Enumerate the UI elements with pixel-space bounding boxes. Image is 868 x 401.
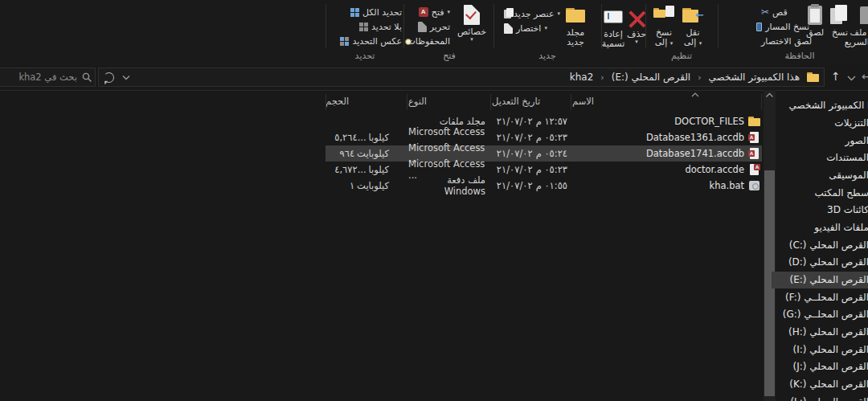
delete-icon [628, 9, 645, 25]
sidebar-item-3d-objects[interactable]: كائنات 3D [772, 202, 868, 219]
properties-button[interactable]: خصائص ▾ [452, 4, 491, 43]
pin-label2: السريع. [845, 38, 868, 47]
rename-button[interactable]: إعادة تسمية [600, 6, 627, 49]
header-date-modified[interactable]: تاريخ التعديل [492, 96, 567, 107]
up-arrow-button[interactable]: ↑ [831, 70, 841, 83]
forward-arrow-icon[interactable]: ← [862, 70, 868, 83]
sidebar-item-drive-f[interactable]: القرص المحلــي ‎(F:) [772, 289, 868, 306]
copy-path-button[interactable]: نسخ المسار [756, 21, 809, 32]
table-row[interactable]: doctor.accde A ٢١/٠٧/٠٢٠٥:٢٣ م Microsoft… [326, 162, 762, 178]
access-file-icon: A [748, 132, 760, 144]
pin-quick-access-button[interactable]: ملف السريع. [837, 5, 868, 47]
navigation-bar: بحث في kha2 هذا الكمبيوتر الشخصي ‹ القرص… [0, 65, 868, 91]
group-separator [493, 4, 494, 48]
edit-button[interactable]: تحرير [406, 21, 450, 32]
sidebar-item-drive-l[interactable]: القرص المحلي ‎(L:) [772, 394, 868, 401]
copy-to-button[interactable]: نسخ إلى ▾ [649, 5, 679, 47]
access-file-icon: A [748, 148, 760, 160]
invert-selection-button[interactable]: عكس التحديد [328, 35, 402, 47]
select-all-icon [350, 8, 359, 17]
move-to-icon: ← [682, 7, 703, 23]
open-button[interactable]: A فتح ▾ [406, 6, 450, 18]
sidebar-item-drive-k[interactable]: القرص المحلي ‎(K:) [772, 376, 868, 393]
file-name: kha.bat [709, 180, 744, 191]
access-file-icon: A [748, 164, 760, 176]
sidebar-item-downloads[interactable]: التنزيلات [772, 115, 868, 132]
file-date: ٢١/٠٧/٠٢ [497, 148, 533, 159]
table-row[interactable]: kha.bat ٢١/٠٧/٠٢٠١:٥٥ م ملف دفعة Windows… [326, 178, 762, 194]
group-separator [718, 4, 719, 48]
folder-icon [748, 117, 760, 126]
sort-ascending-icon [691, 92, 699, 97]
sidebar-item-this-pc[interactable]: هذا الكمبيوتر الشخصي [772, 97, 868, 114]
file-time: ١٢:٥٧ م [536, 116, 567, 127]
table-row[interactable]: Database1361.accdb A ٢١/٠٧/٠٢٠٥:٢٣ م Mic… [326, 129, 762, 145]
header-size[interactable]: الحجم [326, 96, 387, 107]
clipboard-group-small: ✂ قص نسخ المسار لصق الاختصار [761, 6, 809, 47]
sidebar-item-pictures[interactable]: الصور [772, 133, 868, 149]
sidebar-item-drive-e-selected[interactable]: القرص المحلي ‎(E:) [772, 272, 868, 288]
move-to-button[interactable]: ← نقل إلى ▾ [678, 5, 708, 47]
new-item-label: عنصر جديد [514, 9, 554, 19]
file-date: ٢١/٠٧/٠٢ [497, 164, 533, 175]
header-type[interactable]: النوع [408, 96, 479, 107]
chevron-down-icon: ▾ [470, 37, 473, 43]
shortcut-button[interactable]: اختصار ▾ [504, 23, 560, 34]
header-name[interactable]: الاسم [572, 96, 747, 107]
breadcrumb-this-pc[interactable]: هذا الكمبيوتر الشخصي [709, 72, 800, 83]
file-time: ٠٥:٢٣ م [536, 164, 567, 175]
file-size-unit: كيلوبايت [357, 148, 389, 159]
breadcrumb-kha2[interactable]: kha2 [570, 72, 594, 83]
folder-icon [807, 72, 819, 82]
new-item-button[interactable]: عنصر جديد ▾ [504, 8, 560, 19]
rename-icon [604, 10, 623, 23]
delete-button[interactable]: حذف ▾ [626, 6, 647, 45]
file-time: ٠٥:٢٤ م [536, 148, 567, 159]
organize-group-label: تنظيم [645, 51, 718, 61]
cut-button[interactable]: ✂ قص [761, 6, 809, 18]
sidebar-item-drive-d[interactable]: القرص المحلي ‎(D:) [772, 254, 868, 271]
sidebar-item-documents[interactable]: المستندات [772, 149, 868, 166]
file-date: ٢١/٠٧/٠٢ [497, 180, 533, 191]
sidebar-item-drive-j[interactable]: القرص المحلي ‎(J:) [772, 358, 868, 375]
ribbon: تحديد الكل بلا تحديد عكس التحديد تحديد A… [0, 0, 868, 66]
sidebar-item-drive-h[interactable]: القرص المحلي ‎(H:) [772, 324, 868, 341]
breadcrumb-separator: ‹ [698, 72, 701, 83]
copy-to-icon [653, 7, 674, 23]
sidebar-item-drive-g[interactable]: القرص المحلــي ‎(G:) [772, 306, 868, 323]
recent-locations-chevron-icon[interactable] [847, 75, 856, 81]
address-bar[interactable]: هذا الكمبيوتر الشخصي ‹ القرص المحلي ‎(E:… [98, 68, 825, 87]
paste-icon [808, 6, 822, 25]
sidebar-item-videos[interactable]: ملفات الفيديو [772, 219, 868, 236]
breadcrumb: هذا الكمبيوتر الشخصي ‹ القرص المحلي ‎(E:… [570, 72, 819, 83]
sidebar-item-music[interactable]: الموسيقى [772, 167, 868, 184]
address-dropdown-chevron-icon[interactable] [122, 75, 130, 80]
chevron-down-icon: ▾ [447, 10, 450, 15]
paste-button[interactable]: لصق [804, 5, 826, 38]
new-folder-button[interactable]: مجلد جديد [559, 5, 592, 47]
chevron-down-icon: ▾ [670, 40, 674, 47]
refresh-icon[interactable] [104, 72, 114, 83]
sidebar-item-drive-i[interactable]: القرص المحلي ‎(I:) [772, 342, 868, 358]
file-time: ٠١:٥٥ م [536, 180, 567, 191]
search-input[interactable]: بحث في kha2 [0, 68, 96, 87]
copy-to-label2: إلى [655, 37, 668, 47]
file-name: Database1361.accdb [646, 132, 744, 143]
new-group-label: جديد [493, 51, 601, 61]
table-row[interactable]: DOCTOR_FILES ٢١/٠٧/٠٢١٢:٥٧ م مجلد ملفات [326, 113, 762, 129]
history-button[interactable]: المحفوظات [406, 35, 450, 47]
breadcrumb-drive-e[interactable]: القرص المحلي ‎(E:) [612, 72, 690, 83]
file-size-value: ٥,٢٦٤... [334, 132, 366, 143]
select-none-icon [359, 23, 368, 31]
file-date: ٢١/٠٧/٠٢ [497, 132, 533, 143]
paste-shortcut-button[interactable]: لصق الاختصار [758, 35, 809, 47]
history-label: المحفوظات [407, 36, 450, 47]
table-row-selected[interactable]: Database1741.accdb A ٢١/٠٧/٠٢٠٥:٢٤ م Mic… [326, 145, 762, 162]
open-label: فتح [432, 7, 444, 18]
select-none-button[interactable]: بلا تحديد [328, 21, 402, 32]
file-name: Database1741.accdb [646, 148, 744, 159]
select-all-button[interactable]: تحديد الكل [328, 6, 402, 18]
sidebar-item-desktop[interactable]: سطح المكتب [772, 185, 868, 202]
copy-path-icon [756, 23, 762, 31]
sidebar-item-drive-c[interactable]: القرص المحلي ‎(C:) [772, 237, 868, 254]
